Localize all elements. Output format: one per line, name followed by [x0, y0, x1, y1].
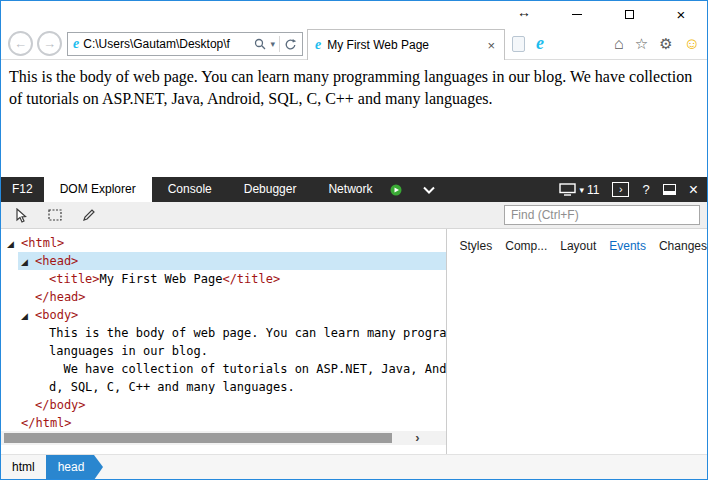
find-input[interactable]: [504, 205, 700, 225]
tag-text: </html>: [21, 416, 72, 430]
tab-changes[interactable]: Changes: [659, 239, 707, 253]
dom-node-html-open[interactable]: ◢<html>: [1, 234, 446, 252]
settings-button[interactable]: ⚙: [659, 35, 672, 53]
f12-label: F12: [1, 177, 44, 202]
dom-text-line[interactable]: languages in our blog.: [1, 342, 446, 360]
tab-styles[interactable]: Styles: [460, 239, 493, 253]
search-icon[interactable]: [254, 38, 266, 50]
window-controls: ×: [551, 1, 707, 27]
breadcrumb: html head: [1, 454, 707, 479]
tag-text: <head>: [35, 254, 78, 268]
expander-icon[interactable]: ◢: [21, 253, 35, 270]
text-node: languages in our blog.: [49, 344, 208, 358]
tag-text: </title>: [222, 272, 280, 286]
show-console-button[interactable]: ›: [612, 182, 629, 197]
tag-text: </head>: [35, 290, 86, 304]
dom-text-line[interactable]: d, SQL, C, C++ and many languages.: [1, 378, 446, 396]
tag-text: </body>: [35, 398, 86, 412]
maximize-button[interactable]: [603, 1, 655, 27]
dom-explorer-toolbar: [1, 202, 707, 229]
dom-tree-panel[interactable]: ◢<html> ◢<head> <title>My First Web Page…: [1, 229, 447, 454]
horizontal-scrollbar[interactable]: ›: [1, 431, 446, 445]
close-button[interactable]: ×: [655, 1, 707, 27]
tab-events[interactable]: Events: [609, 239, 646, 253]
dock-icon: [663, 184, 676, 195]
dom-node-body-open[interactable]: ◢<body>: [1, 306, 446, 324]
back-button[interactable]: ←: [8, 31, 33, 56]
chevron-down-icon: ▾: [579, 185, 584, 195]
page-favicon-icon: e: [73, 36, 79, 52]
maximize-icon: [625, 10, 634, 19]
select-element-button[interactable]: [11, 205, 31, 225]
document-mode-value: 11: [587, 183, 599, 197]
tag-text: <title>: [49, 272, 100, 286]
refresh-icon[interactable]: [284, 38, 297, 51]
styles-panel-tabs: Styles Comp... Layout Events Changes: [447, 229, 707, 253]
new-tab-icon: [512, 36, 525, 52]
breadcrumb-html[interactable]: html: [1, 455, 46, 479]
tab-dom-explorer[interactable]: DOM Explorer: [44, 177, 152, 202]
dom-text-line[interactable]: This is the body of web page. You can le…: [1, 324, 446, 342]
dock-button[interactable]: [663, 184, 676, 195]
highlight-elements-button[interactable]: [45, 205, 65, 225]
titlebar[interactable]: ↔ ×: [1, 1, 707, 27]
tab-close-button[interactable]: ×: [485, 38, 497, 53]
tab-debugger[interactable]: Debugger: [228, 177, 313, 202]
tab-computed[interactable]: Comp...: [505, 239, 547, 253]
scrollbar-thumb[interactable]: [4, 433, 392, 443]
page-paragraph: This is the body of web page. You can le…: [9, 66, 699, 109]
tag-text: <body>: [35, 308, 78, 322]
address-bar[interactable]: e C:\Users\Gautam\Desktop\f ▾: [67, 32, 303, 56]
text-node: My First Web Page: [100, 272, 223, 286]
home-button[interactable]: ⌂: [614, 35, 624, 53]
ie-browser-window: ↔ × ← → e C:\Users\Gautam\Desktop\f ▾ e …: [0, 0, 708, 480]
help-button[interactable]: ?: [642, 182, 649, 197]
browser-action-icons: ⌂ ☆ ⚙ ☺: [614, 27, 700, 60]
ie-logo-icon: e: [536, 33, 544, 54]
text-node: This is the body of web page. You can le…: [49, 326, 446, 340]
dom-node-title[interactable]: <title>My First Web Page</title>: [1, 270, 446, 288]
tab-title: My First Web Page: [327, 38, 479, 52]
favorites-button[interactable]: ☆: [635, 35, 648, 53]
breadcrumb-head[interactable]: head: [46, 455, 95, 479]
dom-text-line[interactable]: We have collection of tutorials on ASP.N…: [1, 360, 446, 378]
tag-text: <html>: [21, 236, 64, 250]
styles-panel: Styles Comp... Layout Events Changes: [447, 229, 707, 454]
monitor-icon: [559, 183, 576, 196]
minimize-icon: [572, 14, 582, 15]
new-tab-button[interactable]: [512, 36, 525, 52]
text-node: We have collection of tutorials on ASP.N…: [49, 362, 446, 376]
expander-icon[interactable]: ◢: [7, 235, 21, 252]
network-recording-icon[interactable]: [390, 184, 402, 196]
devtools-main: ◢<html> ◢<head> <title>My First Web Page…: [1, 229, 707, 454]
divider: [279, 36, 280, 52]
tab-network[interactable]: Network: [312, 177, 388, 202]
expander-icon[interactable]: ◢: [21, 307, 35, 324]
minimize-button[interactable]: [551, 1, 603, 27]
devtools-toolbar: F12 DOM Explorer Console Debugger Networ…: [1, 177, 707, 202]
address-text[interactable]: C:\Users\Gautam\Desktop\f: [83, 37, 250, 51]
dom-node-body-close[interactable]: </body>: [1, 396, 446, 414]
dom-node-html-close[interactable]: </html>: [1, 414, 446, 432]
dom-node-head-close[interactable]: </head>: [1, 288, 446, 306]
navigation-bar: ← → e C:\Users\Gautam\Desktop\f ▾ e My F…: [1, 27, 707, 60]
edit-html-pencil-button[interactable]: [79, 205, 99, 225]
tab-layout[interactable]: Layout: [560, 239, 596, 253]
devtools-panel: F12 DOM Explorer Console Debugger Networ…: [1, 177, 707, 479]
document-mode-button[interactable]: ▾ 11: [559, 183, 599, 197]
scroll-right-arrow-icon[interactable]: ›: [415, 431, 419, 445]
forward-button[interactable]: →: [37, 31, 62, 56]
resize-icon: ↔: [517, 4, 531, 20]
devtools-right-controls: ▾ 11 › ? ×: [559, 177, 707, 202]
browser-tab[interactable]: e My First Web Page ×: [307, 29, 505, 60]
devtools-close-button[interactable]: ×: [689, 181, 698, 199]
more-tools-chevron-icon[interactable]: [422, 186, 436, 194]
feedback-smiley-button[interactable]: ☺: [684, 35, 700, 53]
text-node: d, SQL, C, C++ and many languages.: [49, 380, 295, 394]
tab-console[interactable]: Console: [152, 177, 228, 202]
tab-favicon-icon: e: [315, 37, 321, 53]
dom-node-head-open-selected[interactable]: ◢<head>: [18, 252, 446, 270]
address-dropdown-icon[interactable]: ▾: [270, 39, 275, 49]
page-content: This is the body of web page. You can le…: [1, 61, 707, 177]
